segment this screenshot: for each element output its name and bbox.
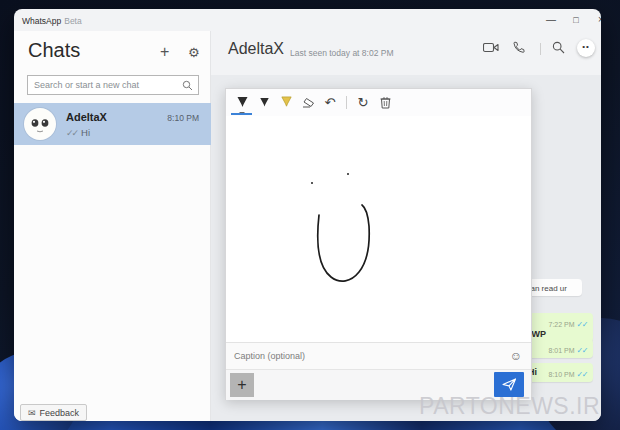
chat-search-box[interactable] [27,75,199,95]
chat-item-preview: ✓✓Hi [66,127,90,138]
chat-item-name: AdeltaX [66,111,107,123]
desktop: WhatsAppBeta — □ × Chats + ⚙ [0,0,620,430]
message-time: 7:22 PM [549,321,575,328]
read-ticks-icon: ✓✓ [577,346,587,355]
conversation-title: AdeltaX [228,40,284,58]
last-seen-status: Last seen today at 8:02 PM [290,48,393,58]
toolbar-divider [346,96,347,109]
app-name: WhatsApp [22,16,61,26]
paper-plane-icon [502,378,517,391]
minimize-button[interactable]: — [541,12,561,28]
read-ticks-icon: ✓✓ [577,320,587,329]
selected-tool-indicator [231,113,252,115]
header-divider [540,43,541,55]
video-call-icon[interactable] [483,41,501,57]
chat-item-last-message: Hi [81,127,90,138]
eraser-tool[interactable] [297,92,319,114]
caption-row: ☺ [226,342,531,369]
chat-item-time: 8:10 PM [167,113,199,123]
outgoing-message-bubble: 8:10 PM✓✓ Hi [522,363,593,382]
feedback-label: Feedback [40,408,80,418]
titlebar: WhatsAppBeta — □ × [14,9,601,31]
chat-list-item-adeltax[interactable]: AdeltaX 8:10 PM ✓✓Hi [14,103,211,145]
search-input[interactable] [34,77,179,93]
read-ticks-icon: ✓✓ [577,370,587,379]
maximize-button[interactable]: □ [566,12,586,28]
close-button[interactable]: × [591,12,601,28]
pencil-tool[interactable] [253,92,275,114]
new-chat-icon[interactable]: + [160,43,169,61]
pen-tool-selected[interactable] [231,92,253,114]
chats-heading: Chats [28,39,80,62]
envelope-icon: ✉ [28,408,36,418]
caption-emoji-icon[interactable]: ☺ [510,349,522,363]
watermark: PARTONEWS.IR [419,393,600,420]
drawing-toolbar: ↶ ↻ [226,89,531,116]
add-attachment-button[interactable]: + [230,373,254,397]
caption-input[interactable] [234,348,484,364]
more-options-icon[interactable]: •• [577,39,595,57]
chats-sidebar: Chats + ⚙ [14,31,211,421]
app-title: WhatsAppBeta [22,16,82,26]
message-time: 8:10 PM [549,371,575,378]
message-time: 8:01 PM [549,347,575,354]
delete-drawing-icon[interactable] [374,92,396,114]
beta-label: Beta [64,16,82,26]
delivered-ticks-icon: ✓✓ [66,128,77,138]
avatar [24,108,56,140]
whatsapp-window: WhatsAppBeta — □ × Chats + ⚙ [14,9,601,421]
conversation-search-icon[interactable] [552,41,570,57]
voice-call-icon[interactable] [512,41,530,57]
highlighter-tool[interactable] [275,92,297,114]
feedback-button[interactable]: ✉ Feedback [20,404,87,421]
freehand-drawing [226,116,531,342]
settings-gear-icon[interactable]: ⚙ [188,45,200,60]
undo-icon[interactable]: ↶ [319,92,341,114]
drawing-editor-panel: ↶ ↻ ☺ + [225,88,532,400]
search-icon [182,80,193,91]
drawing-canvas[interactable] [226,116,531,342]
rotate-icon[interactable]: ↻ [352,92,374,114]
